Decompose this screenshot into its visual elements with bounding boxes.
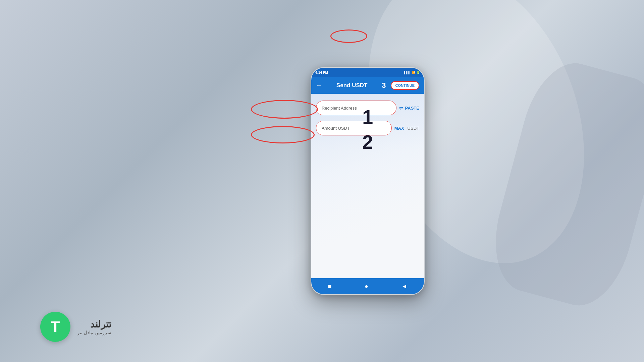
signal-icon: ▌▌▌ — [404, 71, 411, 74]
recipient-actions: ⇄ PASTE — [399, 105, 419, 111]
amount-row: Amount USDT MAX USDT — [316, 121, 419, 135]
nav-home-icon[interactable]: ● — [365, 283, 368, 290]
app-content: Recipient Address ⇄ PASTE Amount USDT MA… — [311, 94, 424, 278]
wifi-icon: 📶 — [412, 71, 415, 74]
status-bar: 4:14 PM ▌▌▌ 📶 🔋 — [311, 68, 424, 77]
logo-area: T تترلند سرزمین تبادل تتر — [40, 312, 111, 342]
recipient-address-input[interactable]: Recipient Address — [316, 101, 396, 115]
battery-icon: 🔋 — [416, 71, 420, 74]
page-title: Send USDT — [325, 82, 378, 89]
amount-placeholder: Amount USDT — [322, 126, 350, 131]
usdt-label: USDT — [408, 126, 419, 131]
nav-back-icon[interactable]: ◄ — [401, 283, 408, 290]
nav-stop-icon[interactable]: ■ — [328, 283, 331, 290]
logo-subtitle: سرزمین تبادل تتر — [77, 330, 111, 335]
phone-screen: 4:14 PM ▌▌▌ 📶 🔋 ← Send USDT 3 CONTINUE R… — [311, 67, 425, 295]
continue-button[interactable]: CONTINUE — [391, 81, 419, 90]
recipient-row: Recipient Address ⇄ PASTE — [316, 101, 419, 115]
logo-title: تترلند — [77, 319, 111, 330]
paste-button[interactable]: PASTE — [405, 106, 419, 111]
logo-icon: T — [40, 312, 70, 342]
paste-icon: ⇄ — [399, 105, 403, 111]
amount-actions: MAX USDT — [394, 126, 419, 131]
app-header: ← Send USDT 3 CONTINUE — [311, 77, 424, 94]
recipient-placeholder: Recipient Address — [322, 106, 357, 111]
max-button[interactable]: MAX — [394, 126, 404, 131]
status-time: 4:14 PM — [315, 71, 328, 74]
bottom-nav: ■ ● ◄ — [311, 278, 424, 294]
back-button[interactable]: ← — [316, 82, 322, 89]
amount-usdt-input[interactable]: Amount USDT — [316, 121, 392, 135]
status-icons: ▌▌▌ 📶 🔋 — [404, 71, 420, 74]
notch — [356, 70, 376, 75]
step-indicator: 3 — [382, 81, 386, 90]
phone-mockup: 4:14 PM ▌▌▌ 📶 🔋 ← Send USDT 3 CONTINUE R… — [311, 67, 425, 295]
logo-text-block: تترلند سرزمین تبادل تتر — [77, 319, 111, 335]
